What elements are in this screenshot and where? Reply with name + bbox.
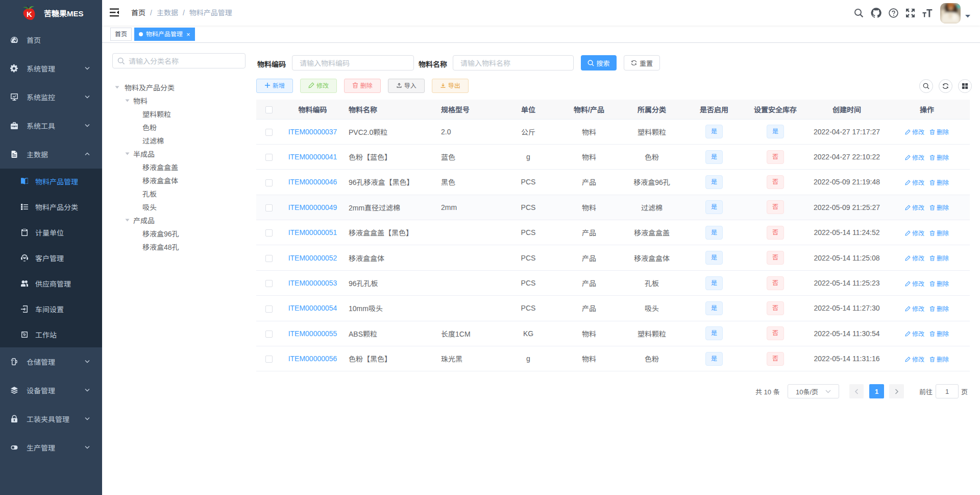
svg-text:K: K: [27, 10, 32, 18]
